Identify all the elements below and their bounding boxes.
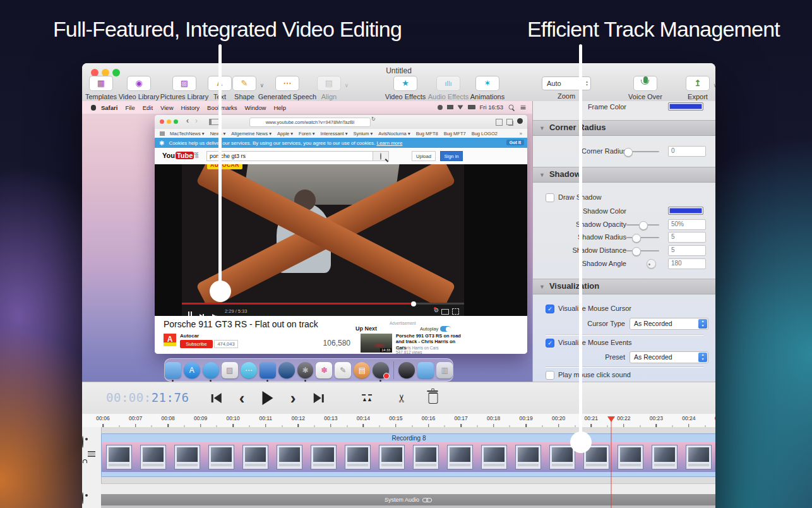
ruler-label: 00:16 [422,415,435,421]
play-button[interactable] [263,389,273,408]
corner-radius-slider[interactable] [626,151,659,152]
microphone-icon [643,76,648,83]
delete-button[interactable] [429,389,438,408]
player-controls: ) 2:29 / 5:33 ⚙ [182,305,464,316]
audio-track[interactable]: System Audio [101,494,715,505]
menu-item-file: File [125,104,134,111]
ruler-label: 00:20 [552,415,565,421]
downloads-folder-dock-icon [417,362,434,378]
track-visibility-toggle[interactable] [82,437,101,448]
disclosure-triangle-icon: ▼ [539,125,545,131]
ruler-label: 00:13 [324,415,337,421]
progress-bar [182,303,464,305]
menu-item-history: History [181,104,200,111]
animations-icon: ✶ [484,78,491,88]
align-button[interactable]: ▤∨ Align [294,76,364,100]
next-frame-button[interactable]: › [290,389,296,408]
ruler-label: 00:06 [96,415,109,421]
clip-thumbnails [102,442,715,472]
editing-canvas[interactable]: Safari FileEditViewHistoryBookmarksWindo… [82,101,532,382]
heading-video-editing: Full-Featured, Integrated Video Editing [41,17,414,42]
callout-circle-left [210,281,231,302]
system-preferences-dock-icon: ✱ [297,362,314,378]
shadow-section-header[interactable]: ▼Shadow [533,167,715,183]
shadow-angle-row: Shadow Angle 180 [533,259,715,269]
bookmark-item: Bug MFT8 [416,131,438,136]
frame-color-row: Frame Color [533,102,715,112]
up-next-label: Up Next [355,325,377,332]
heading-track-management: Efficient Track Management [518,17,789,42]
skip-to-start-button[interactable] [211,389,222,408]
video-clip[interactable]: Recording 8 [101,433,715,477]
clip-thumbnail [136,442,170,472]
preset-row: Preset As Recorded▲▼ [533,351,715,363]
draw-shadow-checkbox[interactable] [546,193,554,202]
cursor-type-dropdown[interactable]: As Recorded▲▼ [630,318,708,330]
export-button[interactable]: ↥∨ Export [663,76,715,100]
clip-thumbnail [409,442,443,472]
skip-to-end-button[interactable] [314,389,325,408]
shadow-opacity-field[interactable]: 50% [668,219,706,230]
clip-thumbnail [238,442,272,472]
timecode-display[interactable]: 00:00:21:76 [106,390,189,404]
tabs-icon [506,119,513,125]
recorded-app-name: Safari [101,104,117,111]
xcode-dock-icon [260,362,276,378]
bookmarks-grid-icon [160,131,165,136]
preset-dropdown[interactable]: As Recorded▲▼ [630,351,708,363]
click-sound-checkbox[interactable] [546,371,554,380]
visualize-mouse-cursor-checkbox[interactable]: ✓ [546,305,554,313]
align-icon: ▤ [325,78,333,88]
shadow-distance-field[interactable]: 5 [668,245,706,256]
previous-frame-button[interactable]: ‹ [239,389,245,408]
bookmark-item: Allgemeine News ▾ [231,131,272,136]
ruler-label: 00:08 [161,415,174,421]
share-icon [496,119,503,126]
clip-thumbnail [443,442,477,472]
youtube-header: YouTubeDE ≡ Upload Sign in [155,148,527,165]
shadow-distance-slider[interactable] [626,250,659,251]
ibooks-dock-icon: ▤ [354,362,370,378]
auto-zoom-control[interactable]: Auto▲▼ Zoom [532,76,601,100]
fullscreen-icon [452,308,459,315]
shadow-opacity-slider[interactable] [626,224,659,226]
corner-radius-section-header[interactable]: ▼Corner Radius [533,120,715,136]
shadow-angle-field[interactable]: 180 [668,258,706,269]
suggestion-author: by Chris Harris on Cars [396,346,439,350]
split-clip-button[interactable]: ✂ [397,389,406,408]
visualize-mouse-events-checkbox[interactable]: ✓ [546,339,554,348]
frame-color-well[interactable] [668,102,703,111]
autoplay-toggle-row: Autoplay [420,325,451,332]
timeline-toolbar: 00:00:21:76 ‹ › ▲▲ ✂ [82,382,715,414]
shadow-radius-slider[interactable] [626,237,659,238]
track-layers-button[interactable] [82,450,101,458]
clip-thumbnail [340,442,374,472]
track-header-column [82,427,102,508]
bookmark-item: News ▾ [210,131,226,136]
notification-center-icon [521,104,526,110]
recorded-dock: A▨⋯✱✽✎▤▥ [164,358,453,382]
clip-thumbnail [681,442,715,472]
ruler-label: 00:17 [454,415,467,421]
sidebar-icon [209,119,219,125]
next-video-icon [200,309,204,316]
video-library-icon: ◉ [135,78,142,88]
shadow-angle-dial[interactable] [647,259,656,269]
ruler-label: 00:09 [194,415,207,421]
messages-dock-icon: ⋯ [241,362,257,378]
audio-track-visibility-toggle[interactable] [82,493,101,504]
cookie-banner: ✱ Cookies help us deliver our services. … [155,138,527,148]
timeline-ruler[interactable]: 00:0600:0700:0800:0900:1000:1100:1200:13… [82,414,715,428]
markers-button[interactable]: ▲▲ [362,389,372,408]
shadow-radius-field[interactable]: 5 [668,232,706,243]
autocar-badge: AUTOCAR [207,164,242,169]
corner-radius-field[interactable]: 0 [668,146,706,157]
ruler-label: 00:18 [487,415,500,421]
animations-button[interactable]: ✶ Animations [453,76,522,100]
shadow-color-well[interactable] [668,207,703,215]
sign-in-button: Sign in [440,151,463,161]
main-toolbar: Untitled ▦ Templates ◉ Video Library ▨ P… [82,63,715,102]
textedit-dock-icon: ✎ [335,362,351,378]
visualization-section-header[interactable]: ▼Visualization [533,279,715,294]
pause-icon [188,308,193,316]
